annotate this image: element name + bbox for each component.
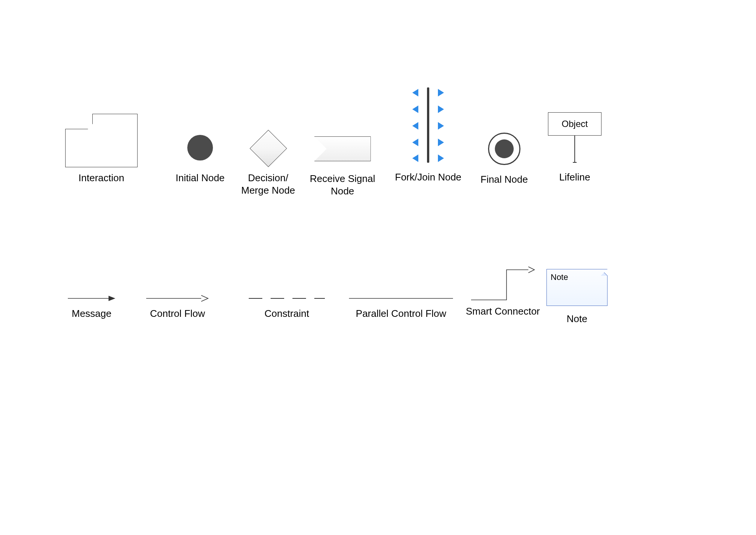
receive-signal-shape: Receive Signal Node [310, 136, 375, 197]
note-box-text: Note [551, 272, 568, 282]
initial-node-icon [187, 135, 213, 160]
interaction-frame-icon [65, 114, 138, 167]
control-flow-icon [145, 294, 210, 303]
decision-node-icon [250, 130, 286, 167]
fork-join-shape: Fork/Join Node [395, 87, 461, 183]
decision-node-shape: Decision/ Merge Node [241, 130, 295, 196]
note-fold-icon [601, 269, 608, 276]
fork-join-label: Fork/Join Node [395, 171, 461, 183]
message-arrow-shape: Message [67, 294, 116, 320]
final-node-label: Final Node [481, 173, 528, 186]
constraint-label: Constraint [265, 307, 309, 320]
receive-signal-icon [314, 136, 371, 161]
final-node-shape: Final Node [481, 133, 528, 186]
receive-signal-label: Receive Signal Node [310, 173, 375, 197]
diagram-canvas: { "row1": { "interaction": "Interaction"… [0, 0, 756, 535]
decision-node-label: Decision/ Merge Node [241, 172, 295, 196]
note-shape: Note Note [546, 269, 608, 325]
initial-node-label: Initial Node [176, 172, 225, 184]
message-label: Message [72, 307, 112, 320]
smart-connector-shape: Smart Connector [466, 264, 540, 318]
lifeline-object-box: Object [548, 112, 601, 136]
lifeline-label: Lifeline [559, 171, 590, 183]
lifeline-icon: Object [548, 112, 601, 163]
interaction-label: Interaction [78, 172, 124, 184]
lifeline-shape: Object Lifeline [548, 112, 601, 183]
parallel-control-flow-shape: Parallel Control Flow [348, 294, 454, 320]
message-arrow-icon [67, 294, 116, 303]
interaction-shape: Interaction [65, 114, 138, 184]
fork-join-icon [406, 87, 451, 163]
constraint-shape: Constraint [247, 294, 326, 320]
control-flow-label: Control Flow [150, 307, 205, 320]
note-icon: Note [546, 269, 608, 306]
parallel-control-flow-label: Parallel Control Flow [356, 307, 446, 320]
smart-connector-label: Smart Connector [466, 305, 540, 318]
svg-marker-1 [109, 296, 115, 301]
constraint-icon [247, 294, 326, 303]
smart-connector-icon [469, 264, 537, 305]
control-flow-shape: Control Flow [145, 294, 210, 320]
note-label: Note [567, 313, 588, 325]
parallel-control-flow-icon [348, 294, 454, 303]
interaction-tab [65, 114, 93, 129]
final-node-icon [488, 133, 520, 165]
initial-node-shape: Initial Node [176, 135, 225, 184]
